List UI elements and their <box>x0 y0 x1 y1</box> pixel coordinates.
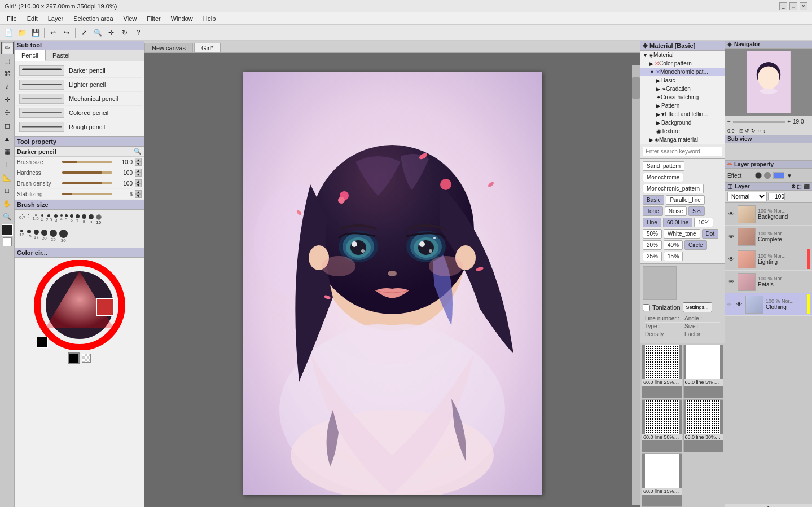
spinner-down-density[interactable]: ▼ <box>135 183 142 187</box>
maximize-button[interactable]: □ <box>789 2 797 10</box>
save-button[interactable]: 💾 <box>29 27 42 39</box>
tree-monochromic[interactable]: ▼ ✕ Monochromic pat... <box>640 68 725 76</box>
brush-size-15[interactable]: 15 <box>27 230 32 243</box>
tag-40pct[interactable]: 40% <box>664 240 683 250</box>
tab-new-canvas[interactable]: New canvas <box>144 43 193 52</box>
tag-25pct[interactable]: 25% <box>643 252 662 261</box>
mat-img-50[interactable]: 60.0 line 50% Circle Monoc... <box>642 399 682 453</box>
transparent-swatch[interactable] <box>68 352 80 364</box>
menu-selection[interactable]: Selection area <box>69 14 117 23</box>
prop-slider-hardness[interactable] <box>62 171 112 174</box>
tag-tone[interactable]: Tone <box>643 206 663 216</box>
tag-15pct[interactable]: 15% <box>664 252 683 261</box>
tree-gradation[interactable]: ▶ ❧ Gradation <box>640 85 725 93</box>
tree-background[interactable]: ▶ Background <box>640 118 725 127</box>
layer-item-clothing[interactable]: ✏ 👁 100 % Nor... Clothing <box>725 293 812 316</box>
tool-ruler[interactable]: 📐 <box>1 171 14 184</box>
open-file-button[interactable]: 📁 <box>16 27 28 39</box>
tag-5pct[interactable]: 5% <box>688 206 704 216</box>
menu-layer[interactable]: Layer <box>43 14 68 23</box>
tree-material[interactable]: ▼ ◈ Material <box>640 51 725 59</box>
brush-size-30[interactable]: 30 <box>59 230 68 243</box>
menu-filter[interactable]: Filter <box>142 14 165 23</box>
tag-white-tone[interactable]: White_tone <box>664 229 700 239</box>
brush-size-1[interactable]: 1 <box>28 214 30 225</box>
tag-noise[interactable]: Noise <box>665 206 687 216</box>
tool-select[interactable]: ⬚ <box>1 55 14 67</box>
brush-size-2.5[interactable]: 2.5 <box>46 214 52 225</box>
tree-crosshatch[interactable]: ✦ Cross-hatching <box>640 93 725 102</box>
brush-size-1.5[interactable]: 1.5 <box>33 214 39 225</box>
layer-item-complete[interactable]: 👁 100 % Nor... Complete <box>725 226 812 248</box>
color-wheel-svg[interactable] <box>34 260 125 350</box>
material-search-input[interactable] <box>643 147 722 156</box>
menu-window[interactable]: Window <box>166 14 197 23</box>
brush-size-25[interactable]: 25 <box>50 230 57 243</box>
tree-effect[interactable]: ▶ ♥ Effect and fellin... <box>640 110 725 118</box>
tool-pan[interactable]: ☩ <box>1 107 14 119</box>
tag-dot[interactable]: Dot <box>702 229 719 239</box>
mat-img-5[interactable]: 60.0 line 5% Circle Monoch... <box>683 345 724 398</box>
transform-button[interactable]: ⤢ <box>78 27 90 39</box>
layer-item-petals[interactable]: 👁 100 % Nor... Petals <box>725 271 812 293</box>
tree-color-pattern[interactable]: ▶ ✕ Color pattern <box>640 59 725 68</box>
layer-mode-select[interactable]: Normal Multiply Screen Overlay <box>727 192 767 201</box>
tag-circle[interactable]: Circle <box>684 240 707 250</box>
tab-girl[interactable]: Girl* <box>194 43 221 52</box>
prop-slider-brushsize[interactable] <box>62 161 112 163</box>
tool-text[interactable]: T <box>1 158 14 171</box>
tag-monochrome[interactable]: Monochrome <box>643 173 683 182</box>
scrollbar-thumb-v[interactable] <box>632 77 640 99</box>
spinner-up-density[interactable]: ▲ <box>135 179 142 183</box>
tool-eraser[interactable]: ◻ <box>1 120 14 132</box>
spinner-down-stabilizing[interactable]: ▼ <box>135 194 142 198</box>
help-tool-button[interactable]: ? <box>132 27 144 39</box>
tag-parallel[interactable]: Parallel_line <box>666 195 704 205</box>
tag-50pct[interactable]: 50% <box>643 229 662 239</box>
menu-view[interactable]: View <box>119 14 142 23</box>
menu-file[interactable]: File <box>2 14 21 23</box>
layer-visibility-background[interactable]: 👁 <box>727 210 735 218</box>
undo-button[interactable]: ↩ <box>47 27 59 39</box>
tool-fill[interactable]: ▲ <box>1 133 14 145</box>
tool-eyedropper[interactable]: 𝒊 <box>1 81 14 93</box>
tool-pencil[interactable]: ✏ <box>1 42 14 54</box>
brush-size-5[interactable]: 5 <box>65 214 68 225</box>
brush-size-3[interactable]: 3 <box>54 214 58 225</box>
spinner-up-brushsize[interactable]: ▲ <box>135 158 142 162</box>
tool-hand[interactable]: ✋ <box>1 197 14 210</box>
brush-size-6[interactable]: 6 <box>70 214 73 225</box>
tool-lasso[interactable]: ⌘ <box>1 68 14 80</box>
tag-sand[interactable]: Sand_pattern <box>643 161 684 171</box>
tree-manga[interactable]: ▶ ◈ Manga material <box>640 135 725 144</box>
brush-size-7[interactable]: 7 <box>76 214 80 225</box>
nav-zoom-out-icon[interactable]: − <box>727 118 731 125</box>
brush-size-4[interactable]: 4 <box>60 214 62 225</box>
brush-size-12[interactable]: 12 <box>19 230 24 243</box>
layer-item-background[interactable]: 👁 100 % Nor... Background <box>725 203 812 226</box>
tag-line[interactable]: Line <box>643 218 661 227</box>
list-item[interactable]: Lighter pencil <box>17 78 142 92</box>
brush-size-10[interactable]: 10 <box>96 214 102 225</box>
close-button[interactable]: × <box>800 2 807 10</box>
spinner-down-brushsize[interactable]: ▼ <box>135 162 142 166</box>
tag-basic[interactable]: Basic <box>643 195 664 205</box>
effect-dot-2[interactable] <box>764 172 771 179</box>
zoom-button[interactable]: 🔍 <box>91 27 104 39</box>
redo-button[interactable]: ↪ <box>60 27 73 39</box>
tab-pastel[interactable]: Pastel <box>46 50 77 61</box>
brush-size-9[interactable]: 9 <box>89 214 94 225</box>
new-file-button[interactable]: 📄 <box>2 27 15 39</box>
tree-basic[interactable]: ▶ Basic <box>640 76 725 85</box>
layer-item-lighting[interactable]: 👁 100 % Nor... Lighting <box>725 248 812 271</box>
brush-size-17[interactable]: 17 <box>34 230 39 243</box>
rotate-button[interactable]: ↻ <box>118 27 131 39</box>
tree-texture[interactable]: ◉ Texture <box>640 127 725 135</box>
tool-shape[interactable]: □ <box>1 184 14 197</box>
minimize-button[interactable]: _ <box>779 2 787 10</box>
spinner-up-stabilizing[interactable]: ▲ <box>135 190 142 194</box>
canvas-scrollbar-v[interactable] <box>632 65 640 505</box>
brush-size-2[interactable]: 2 <box>41 214 43 225</box>
mat-img-30[interactable]: 60.0 line 30% Circle Monoc... <box>683 399 724 453</box>
nav-zoom-in-icon[interactable]: + <box>787 118 791 125</box>
